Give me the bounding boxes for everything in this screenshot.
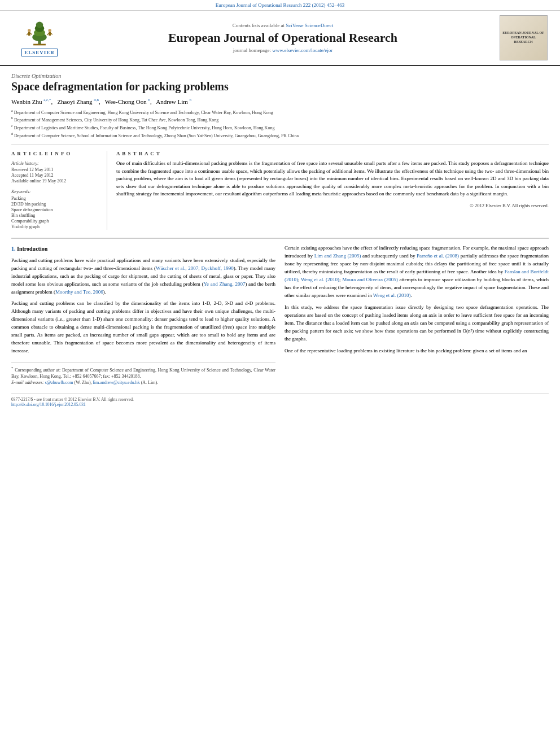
affil-c: c Department of Logistics and Maritime S… <box>11 124 549 132</box>
authors-line: Wenbin Zhu a,c,*, Zhaoyi Zhang d,b, Wee-… <box>11 98 549 105</box>
main-content: Discrete Optimization Space defragmentat… <box>0 66 560 414</box>
keyword-5: Comparability graph <box>11 219 100 224</box>
section-label: Discrete Optimization <box>11 73 549 79</box>
sciverse-link[interactable]: SciVerse ScienceDirect <box>286 23 333 28</box>
email2-name: (A. Lim). <box>141 380 158 385</box>
affil-d: d Department of Computer Science, School… <box>11 132 549 139</box>
svg-point-5 <box>36 22 43 28</box>
svg-rect-11 <box>49 32 51 36</box>
journal-cover-area: EUROPEAN JOURNAL OF OPERATIONAL RESEARCH <box>498 15 549 60</box>
intro-para-4: In this study, we address the space frag… <box>285 304 549 343</box>
keyword-1: Packing <box>11 196 100 201</box>
article-info-heading: A R T I C L E I N F O <box>11 151 100 156</box>
email-link-1[interactable]: s@zhuwlb.com <box>45 380 73 385</box>
intro-para-5: One of the representative loading proble… <box>285 347 549 355</box>
keyword-4: Bin shuffling <box>11 213 100 218</box>
top-bar: European Journal of Operational Research… <box>0 0 560 11</box>
author-super-c: b <box>148 98 150 102</box>
elsevier-tree-icon <box>23 19 56 47</box>
journal-cover: EUROPEAN JOURNAL OF OPERATIONAL RESEARCH <box>500 15 548 60</box>
intro-para-1: Packing and cutting problems have wide p… <box>11 257 275 296</box>
ref-moura[interactable]: Moura and Oliveira (2005) <box>342 277 398 282</box>
abstract-col: A B S T R A C T One of main difficulties… <box>116 151 549 230</box>
author-super-a: a,c,* <box>43 98 51 102</box>
journal-header: ELSEVIER Contents lists available at Sci… <box>0 11 560 66</box>
journal-title: European Journal of Operational Research <box>73 30 492 45</box>
ref-lim-zhang[interactable]: Lim and Zhang (2005) <box>314 253 361 259</box>
paper-title: Space defragmentation for packing proble… <box>11 80 549 93</box>
intro-heading: 1. Introduction <box>11 244 275 254</box>
ref-moorthy[interactable]: Moorthy and Teo, 2006 <box>55 289 103 295</box>
svg-point-6 <box>28 29 30 32</box>
author-super-b: d,b <box>94 98 99 102</box>
keywords-label: Keywords: <box>11 189 100 194</box>
svg-line-8 <box>27 33 28 36</box>
cover-text: EUROPEAN JOURNAL OF OPERATIONAL RESEARCH <box>500 29 547 46</box>
doi-link[interactable]: http://dx.doi.org/10.1016/j.ejor.2012.05… <box>11 402 86 407</box>
footnote: * Corresponding author at: Department of… <box>11 362 275 386</box>
affil-a: a Department of Computer Science and Eng… <box>11 108 549 116</box>
issn-text: 0377-2217/$ - see front matter © 2012 El… <box>11 397 134 402</box>
intro-para-2: Packing and cutting problems can be clas… <box>11 300 275 355</box>
svg-rect-7 <box>28 32 30 36</box>
received-entry: Received 12 May 2011 <box>11 167 100 172</box>
author-super-d: b <box>190 98 192 102</box>
publisher-logo-area: ELSEVIER <box>11 19 68 56</box>
journal-citation: European Journal of Operational Research… <box>216 2 345 8</box>
accepted-entry: Accepted 11 May 2012 <box>11 173 100 178</box>
body-col-left: 1. Introduction Packing and cutting prob… <box>11 244 275 386</box>
section-num: 1. <box>11 246 16 252</box>
sciverse-line: Contents lists available at SciVerse Sci… <box>73 23 492 28</box>
svg-line-12 <box>47 33 49 36</box>
intro-para-3: Certain existing approaches have the eff… <box>285 244 549 300</box>
article-meta-section: A R T I C L E I N F O Article history: R… <box>11 145 549 230</box>
article-history: Article history: Received 12 May 2011 Ac… <box>11 161 100 184</box>
copyright-notice: © 2012 Elsevier B.V. All rights reserved… <box>116 203 549 208</box>
affiliations: a Department of Computer Science and Eng… <box>11 108 549 139</box>
keywords-section: Keywords: Packing 2D/3D bin packing Spac… <box>11 189 100 229</box>
abstract-heading: A B S T R A C T <box>116 151 549 156</box>
svg-rect-1 <box>33 44 46 46</box>
article-info-col: A R T I C L E I N F O Article history: R… <box>11 151 107 230</box>
keyword-2: 2D/3D bin packing <box>11 202 100 207</box>
abstract-text: One of main difficulties of multi-dimens… <box>116 160 549 198</box>
available-entry: Available online 19 May 2012 <box>11 178 100 184</box>
svg-point-10 <box>48 29 51 32</box>
bottom-strip: 0377-2217/$ - see front matter © 2012 El… <box>11 394 549 407</box>
footnote-text: Corresponding author at: Department of C… <box>11 368 275 379</box>
elsevier-logo: ELSEVIER <box>11 19 68 56</box>
email-link-2[interactable]: lim.andrew@cityu.edu.hk <box>93 380 140 385</box>
ref-parreno[interactable]: Parreño et al. (2008) <box>417 253 459 259</box>
svg-line-13 <box>51 33 53 35</box>
keyword-3: Space defragmentation <box>11 207 100 212</box>
ref-weng[interactable]: Weng et al. (2010) <box>301 277 339 282</box>
homepage-link[interactable]: www.elsevier.com/locate/ejor <box>272 47 333 53</box>
section-heading-text: Introduction <box>17 246 47 252</box>
keyword-6: Visibility graph <box>11 224 100 229</box>
elsevier-label: ELSEVIER <box>21 49 58 56</box>
ref-wascher[interactable]: Wäscher et al., 2007; Dyckhoff, 1990 <box>156 265 234 271</box>
body-content: 1. Introduction Packing and cutting prob… <box>11 238 549 386</box>
email1-name: (W. Zhu), <box>75 380 93 385</box>
history-label: Article history: <box>11 161 100 166</box>
email-label: E-mail addresses: <box>11 380 45 385</box>
journal-homepage: journal homepage: www.elsevier.com/locat… <box>73 47 492 53</box>
ref-ye-zhang[interactable]: Ye and Zhang, 2007 <box>203 281 245 287</box>
journal-header-center: Contents lists available at SciVerse Sci… <box>73 23 492 53</box>
footnote-sym: * <box>11 366 14 370</box>
affil-b: b Department of Management Sciences, Cit… <box>11 116 549 124</box>
body-col-right: Certain existing approaches have the eff… <box>285 244 549 386</box>
svg-line-9 <box>30 33 32 35</box>
ref-weng2[interactable]: Weng et al. (2010) <box>373 292 411 298</box>
